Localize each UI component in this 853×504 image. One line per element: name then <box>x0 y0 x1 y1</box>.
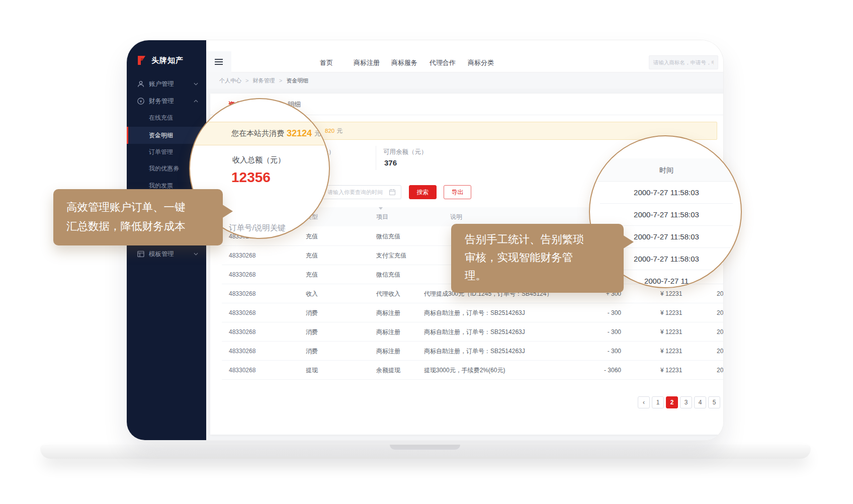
chevron-down-icon <box>194 82 198 86</box>
banner-amount: 820 <box>325 128 334 134</box>
table-row: 48330268 消费 商标注册 商标自助注册，订单号：SB2514263J -… <box>222 322 723 342</box>
cell-order: 48330268 <box>229 265 255 284</box>
sidebar-item-template[interactable]: 模板管理 <box>127 246 206 262</box>
cell-order: 48330268 <box>229 246 255 265</box>
cell-project: 代理收入 <box>376 284 400 303</box>
breadcrumb-item[interactable]: 个人中心 <box>219 77 241 83</box>
finance-icon: ¥ <box>137 97 145 105</box>
cell-type: 消费 <box>306 322 318 342</box>
sidebar-item-finance[interactable]: ¥ 财务管理 <box>127 93 206 109</box>
hamburger-menu-button[interactable] <box>206 51 231 72</box>
cell-balance: ¥ 12231 <box>660 342 682 361</box>
user-icon <box>137 80 145 88</box>
cell-balance: ¥ 12231 <box>660 361 682 380</box>
magnified-time-cell: 2000-7-27 11:58:03 <box>600 182 733 204</box>
cell-amount: - 3060 <box>568 361 621 380</box>
cell-amount: - 300 <box>568 303 621 322</box>
cell-project: 微信充值 <box>376 227 400 246</box>
table-row: 48330268 消费 商标注册 商标自助注册，订单号：SB2514263J -… <box>222 303 723 322</box>
cell-time: 2000-7-27 11:58:03 <box>717 342 723 361</box>
cell-type: 充值 <box>306 227 318 246</box>
magnified-time-header: 时间 <box>590 158 742 182</box>
callout-text: 高效管理账户订单、一键 <box>66 198 223 217</box>
trademark-search-input[interactable] <box>649 55 718 69</box>
callout-text: 理。 <box>465 267 624 285</box>
sidebar-item-label: 模板管理 <box>149 250 174 259</box>
cell-project: 商标注册 <box>376 322 400 342</box>
table-row: 48330268 提现 余额提现 提现3000元，手续费2%(60元) - 30… <box>222 361 723 380</box>
callout-text: 告别手工统计、告别繁琐 <box>465 230 624 248</box>
magnified-banner-text: 您在本站共消费 32124 元 <box>231 122 321 145</box>
magnified-banner-amount: 32124 <box>287 128 312 139</box>
cell-type: 充值 <box>306 246 318 265</box>
chevron-up-icon <box>194 100 198 103</box>
cell-project: 余额提现 <box>376 361 400 380</box>
cell-type: 收入 <box>306 284 318 303</box>
cell-project: 商标注册 <box>376 303 400 322</box>
cell-time: 2000-7-27 11:58:03 <box>717 303 723 322</box>
cell-desc: 商标自助注册，订单号：SB2514263J <box>424 342 525 361</box>
cell-order: 48330268 <box>229 284 255 303</box>
magnified-income-label: 收入总额（元） <box>232 155 285 165</box>
calendar-icon[interactable] <box>389 189 396 198</box>
pagination-page-5[interactable]: 5 <box>708 396 720 408</box>
nav-agent-cooperation[interactable]: 代理合作 <box>430 58 456 67</box>
pagination-prev-button[interactable]: ‹ <box>638 396 650 408</box>
cell-time: 2000-7-27 11:58:03 <box>717 284 723 303</box>
pagination-page-3[interactable]: 3 <box>680 396 692 408</box>
nav-trademark-service[interactable]: 商标服务 <box>391 58 417 67</box>
search-button[interactable]: 搜索 <box>409 185 437 199</box>
magnified-header-fragment: 订单号/说明关键 <box>229 223 286 233</box>
breadcrumb-item[interactable]: 财务管理 <box>253 77 275 83</box>
logo: 头牌知产 <box>136 54 184 66</box>
breadcrumb-current: 资金明细 <box>286 77 308 83</box>
cell-desc: 商标自助注册，订单号：SB2514263J <box>424 303 525 322</box>
cell-amount: - 300 <box>568 342 621 361</box>
cell-type: 消费 <box>306 342 318 361</box>
top-navbar: 首页 商标注册 商标服务 代理合作 商标分类 <box>206 40 723 72</box>
active-indicator-bar <box>127 127 128 144</box>
balance-label: 可用余额（元） <box>383 148 428 156</box>
magnified-income-value: 12356 <box>231 170 271 186</box>
nav-home[interactable]: 首页 <box>320 58 333 67</box>
export-button[interactable]: 导出 <box>444 185 471 199</box>
pagination-page-1[interactable]: 1 <box>652 396 664 408</box>
cell-order: 48330268 <box>229 322 255 342</box>
nav-trademark-category[interactable]: 商标分类 <box>468 58 494 67</box>
chevron-down-icon <box>194 253 198 256</box>
pagination-page-4[interactable]: 4 <box>694 396 706 408</box>
page: 头牌知产 账户管理 ¥ 财务管理 在线充值 <box>0 0 853 504</box>
pagination-page-2-active[interactable]: 2 <box>666 396 678 408</box>
cell-order: 48330268 <box>229 342 255 361</box>
magnified-time-cell: 2000-7-27 11:58:03 <box>600 204 733 226</box>
sidebar-item-label: 财务管理 <box>149 97 174 106</box>
cell-type: 充值 <box>306 265 318 284</box>
sidebar-subitem-recharge[interactable]: 在线充值 <box>127 110 206 126</box>
cell-order: 48330268 <box>229 303 255 322</box>
hamburger-icon <box>215 59 223 60</box>
cell-time: 2000-7-27 11:58:03 <box>717 361 723 380</box>
sidebar-item-label: 账户管理 <box>149 80 174 89</box>
sidebar-item-account[interactable]: 账户管理 <box>127 76 206 92</box>
stat-divider <box>376 146 376 170</box>
callout-right: 告别手工统计、告别繁琐 审核，实现智能财务管 理。 <box>451 224 624 293</box>
balance-value: 376 <box>384 158 397 167</box>
sort-caret-icon <box>379 207 383 210</box>
cell-amount: - 300 <box>568 322 621 342</box>
breadcrumb: 个人中心 > 财务管理 > 资金明细 <box>206 72 723 89</box>
logo-title: 头牌知产 <box>151 56 184 65</box>
cell-project: 微信充值 <box>376 265 400 284</box>
callout-arrow-icon <box>222 204 233 218</box>
callout-left: 高效管理账户订单、一键 汇总数据，降低财务成本 <box>53 189 223 245</box>
cell-type: 消费 <box>306 303 318 322</box>
cell-type: 提现 <box>306 361 318 380</box>
callout-text: 审核，实现智能财务管 <box>465 248 624 267</box>
callout-arrow-icon <box>623 235 634 249</box>
sidebar-subitem-label: 资金明细 <box>149 132 173 139</box>
nav-trademark-register[interactable]: 商标注册 <box>354 58 380 67</box>
cell-desc: 提现3000元，手续费2%(60元) <box>424 361 505 380</box>
cell-desc: 商标自助注册，订单号：SB2514263J <box>424 322 525 342</box>
cell-project: 商标注册 <box>376 342 400 361</box>
cell-balance: ¥ 12231 <box>660 322 682 342</box>
table-row: 48330268 消费 商标注册 商标自助注册，订单号：SB2514263J -… <box>222 342 723 361</box>
